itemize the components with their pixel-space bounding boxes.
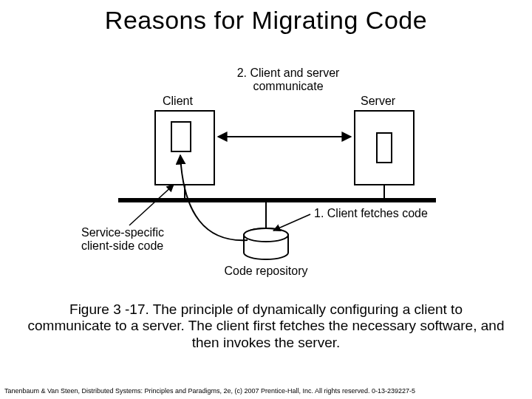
client-box — [155, 111, 214, 185]
service-specific-label: Service-specific client-side code — [81, 226, 170, 253]
step1-label: 1. Client fetches code — [314, 207, 428, 220]
step2-label: 2. Client and server communicate — [229, 66, 347, 94]
step1-pointer — [273, 214, 310, 231]
network-bus — [118, 198, 436, 202]
figure-caption: Figure 3 -17. The principle of dynamical… — [27, 301, 505, 351]
page-title: Reasons for Migrating Code — [0, 6, 532, 35]
server-label: Server — [361, 95, 395, 108]
svg-rect-3 — [377, 133, 392, 163]
credit-line: Tanenbaum & Van Steen, Distributed Syste… — [4, 387, 415, 395]
service-specific-pointer — [129, 185, 174, 225]
code-repository — [244, 228, 288, 259]
client-label: Client — [163, 95, 193, 108]
code-repo-label: Code repository — [222, 265, 310, 278]
svg-point-8 — [244, 228, 288, 242]
server-box — [355, 111, 414, 185]
svg-rect-1 — [171, 122, 191, 151]
diagram-container: Client Server 2. Client and server commu… — [81, 59, 451, 288]
